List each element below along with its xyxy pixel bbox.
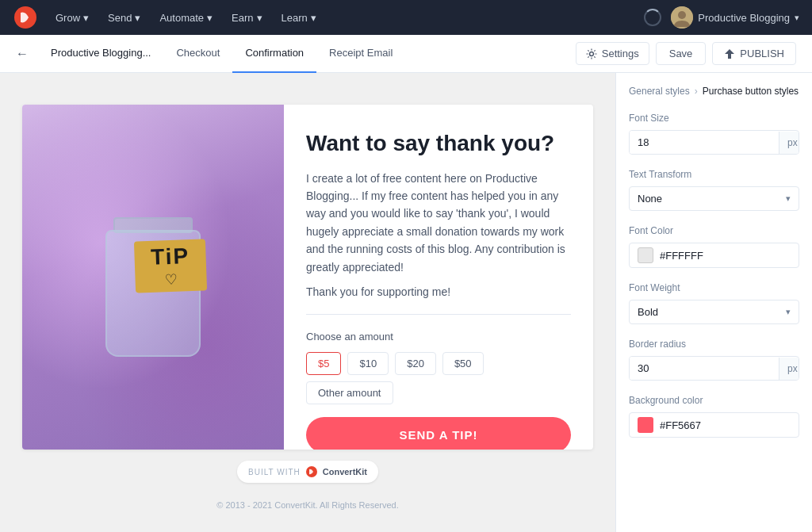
tip-jar-illustration: TiP ♡ — [90, 190, 216, 365]
text-transform-section: Text Transform None Uppercase Lowercase … — [629, 169, 799, 211]
built-with-text: BUILT WITH — [248, 468, 301, 477]
grow-chevron-icon — [83, 12, 89, 24]
card-title: Want to say thank you? — [306, 130, 571, 157]
svg-point-3 — [589, 52, 593, 55]
sub-nav-actions: Settings Save PUBLISH — [576, 42, 796, 65]
border-radius-input-row: px — [629, 356, 799, 381]
border-radius-suffix: px — [779, 358, 799, 380]
main-layout: TiP ♡ Want to say thank you? I create a … — [0, 73, 812, 532]
amount-options: $5 $10 $20 $50 Other amount — [306, 352, 571, 404]
nav-item-grow[interactable]: Grow — [48, 7, 97, 29]
card-content: Want to say thank you? I create a lot of… — [284, 105, 593, 450]
nav-item-automate[interactable]: Automate — [151, 7, 220, 29]
user-chevron-icon: ▾ — [795, 13, 799, 23]
font-weight-section: Font Weight Normal Bold Light — [629, 282, 799, 324]
font-size-section: Font Size px — [629, 113, 799, 155]
bg-color-preview — [638, 417, 653, 433]
top-nav: Grow Send Automate Earn Learn Productive… — [0, 0, 812, 35]
send-tip-button[interactable]: SEND A TIP! — [306, 417, 571, 450]
border-radius-input[interactable] — [630, 357, 779, 380]
amount-10-button[interactable]: $10 — [347, 352, 389, 375]
nav-item-learn[interactable]: Learn — [274, 7, 324, 29]
text-transform-label: Text Transform — [629, 169, 799, 180]
font-size-suffix: px — [779, 132, 799, 154]
card-image-inner: TiP ♡ — [22, 105, 284, 450]
font-color-swatch[interactable]: #FFFFFF — [629, 243, 799, 268]
font-color-preview — [638, 247, 653, 263]
card-image: TiP ♡ — [22, 105, 284, 450]
font-color-value: #FFFFFF — [660, 250, 703, 262]
publish-icon — [724, 48, 735, 59]
user-menu[interactable]: Productive Blogging ▾ — [671, 6, 799, 29]
svg-point-2 — [678, 11, 686, 19]
amount-other-button[interactable]: Other amount — [306, 381, 393, 404]
tab-checkout[interactable]: Checkout — [163, 35, 232, 73]
card-body-text: I create a lot of free content here on P… — [306, 170, 571, 276]
text-transform-select[interactable]: None Uppercase Lowercase Capitalize — [630, 187, 778, 210]
content-area: TiP ♡ Want to say thank you? I create a … — [0, 73, 615, 532]
choose-amount-label: Choose an amount — [306, 331, 571, 343]
user-name: Productive Blogging — [698, 12, 790, 24]
settings-icon — [586, 48, 597, 59]
font-size-input[interactable] — [630, 131, 779, 154]
built-with-badge: BUILT WITH ConvertKit — [237, 461, 378, 483]
text-transform-select-row: None Uppercase Lowercase Capitalize — [629, 186, 799, 211]
nav-item-send[interactable]: Send — [100, 7, 148, 29]
bg-color-swatch[interactable]: #FF5667 — [629, 412, 799, 438]
jar-label: TiP ♡ — [134, 239, 207, 293]
nav-item-earn[interactable]: Earn — [224, 7, 270, 29]
breadcrumb-current: Purchase button styles — [703, 86, 799, 97]
publish-button[interactable]: PUBLISH — [712, 42, 796, 65]
font-weight-select[interactable]: Normal Bold Light — [630, 300, 778, 323]
bg-color-label: Background color — [629, 395, 799, 406]
jar-label-text: TiP — [151, 243, 190, 270]
font-color-label: Font Color — [629, 225, 799, 236]
font-color-section: Font Color #FFFFFF — [629, 225, 799, 268]
tab-productive-blogging[interactable]: Productive Blogging... — [38, 35, 163, 73]
footer-bar: BUILT WITH ConvertKit — [226, 450, 389, 494]
jar-label-heart: ♡ — [164, 270, 178, 289]
breadcrumb-parent[interactable]: General styles — [629, 86, 690, 97]
back-button[interactable]: ← — [16, 47, 29, 61]
panel-breadcrumb: General styles Purchase button styles — [629, 86, 799, 97]
tab-receipt-email[interactable]: Receipt Email — [316, 35, 405, 73]
automate-chevron-icon — [207, 12, 213, 24]
copyright-text: © 2013 - 2021 ConvertKit. All Rights Res… — [210, 494, 404, 516]
amount-50-button[interactable]: $50 — [442, 352, 484, 375]
breadcrumb-separator-icon — [695, 86, 698, 97]
font-size-label: Font Size — [629, 113, 799, 124]
font-weight-select-row: Normal Bold Light — [629, 300, 799, 324]
amount-5-button[interactable]: $5 — [306, 352, 341, 375]
font-weight-label: Font Weight — [629, 282, 799, 293]
save-button[interactable]: Save — [656, 42, 707, 65]
sub-nav: ← Productive Blogging... Checkout Confir… — [0, 35, 812, 73]
font-weight-chevron-icon — [778, 301, 799, 323]
bg-color-section: Background color #FF5667 — [629, 395, 799, 438]
loading-spinner — [644, 9, 661, 26]
convertkit-logo — [13, 5, 38, 30]
right-panel: General styles Purchase button styles Fo… — [615, 73, 812, 532]
card-thanks-text: Thank you for supporting me! — [306, 285, 571, 315]
send-chevron-icon — [135, 12, 140, 24]
settings-button[interactable]: Settings — [576, 42, 649, 65]
bg-color-value: #FF5667 — [660, 419, 701, 431]
border-radius-section: Border radius px — [629, 339, 799, 381]
learn-chevron-icon — [311, 12, 316, 24]
border-radius-label: Border radius — [629, 339, 799, 350]
nav-right: Productive Blogging ▾ — [644, 6, 799, 29]
convertkit-footer-logo — [305, 465, 318, 478]
footer-brand-name: ConvertKit — [323, 467, 367, 477]
amount-20-button[interactable]: $20 — [395, 352, 436, 375]
tab-confirmation[interactable]: Confirmation — [232, 35, 316, 73]
jar-body: TiP ♡ — [105, 230, 201, 357]
user-avatar — [671, 6, 693, 29]
earn-chevron-icon — [257, 12, 262, 24]
text-transform-chevron-icon — [778, 188, 799, 209]
font-size-input-row: px — [629, 130, 799, 155]
tip-card: TiP ♡ Want to say thank you? I create a … — [22, 105, 593, 450]
